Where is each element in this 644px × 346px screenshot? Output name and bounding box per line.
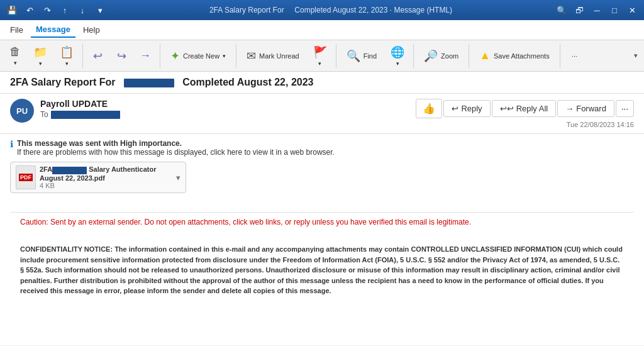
zoom-label: Zoom [441, 52, 458, 60]
close-btn[interactable]: ✕ [625, 3, 639, 17]
forward-icon: → [565, 104, 574, 113]
minimize-btn[interactable]: ─ [590, 3, 604, 17]
flag-icon: 🚩 [313, 45, 327, 59]
create-new-label: Create New [183, 52, 219, 60]
window-title: 2FA Salary Report For [209, 6, 284, 14]
menu-help[interactable]: Help [78, 23, 105, 37]
confidentiality-title: CONFIDENTIALITY NOTICE: [20, 245, 113, 253]
copy-icon: 📋 [60, 45, 74, 59]
down-btn[interactable]: ↓ [75, 3, 89, 17]
timestamp: Tue 22/08/2023 14:16 [567, 121, 634, 128]
delete-btn[interactable]: 🗑 ▾ [4, 42, 26, 70]
pdf-label: PDF [19, 174, 33, 181]
create-icon: ✦ [170, 49, 180, 63]
reply-nav-icon: ↪ [117, 49, 126, 63]
divider-4 [336, 44, 336, 68]
importance-text: This message was sent with High importan… [17, 139, 335, 157]
info-icon: ℹ [10, 139, 13, 149]
search-btn[interactable]: 🔍 [555, 3, 569, 17]
back-icon: ↩ [93, 49, 103, 63]
translate-btn[interactable]: 🌐 ▾ [385, 42, 410, 70]
toolbar: 🗑 ▾ 📁 ▾ 📋 ▾ ↩ ↪ → ✦ Create New ▾ ✉ Mark … [0, 40, 644, 72]
subject-suffix: Completed August 22, 2023 [182, 77, 313, 87]
expand-btn[interactable]: ▾ [93, 3, 107, 17]
attach-name: 2FA Salary Authenticator August 22, 2023… [40, 165, 170, 181]
attachment-area: PDF 2FA Salary Authenticator August 22, … [10, 162, 634, 193]
menu-message[interactable]: Message [31, 22, 75, 38]
find-icon: 🔍 [347, 49, 360, 63]
reply-all-btn[interactable]: ↩↩ Reply All [492, 100, 557, 117]
action-buttons: 👍 ↩ Reply ↩↩ Reply All → Forward ··· [416, 99, 634, 118]
back-btn[interactable]: ↩ [86, 42, 109, 70]
find-btn[interactable]: 🔍 Find [340, 42, 384, 70]
redo-btn[interactable]: ↷ [40, 3, 54, 17]
reply-nav-btn[interactable]: ↪ [110, 42, 133, 70]
subject-redacted [124, 79, 174, 87]
more-toolbar-btn[interactable]: ··· [564, 42, 586, 70]
copy-arrow: ▾ [65, 60, 69, 67]
caution-bar: Caution: Sent by an external sender. Do … [10, 212, 634, 232]
more-icon: ··· [621, 104, 628, 113]
to-redacted [51, 111, 120, 119]
save-icon-btn[interactable]: 💾 [5, 3, 19, 17]
menu-file[interactable]: File [5, 23, 28, 37]
more-toolbar-label: ··· [572, 52, 577, 60]
google-drive-icon: ▲ [479, 49, 491, 62]
create-new-btn[interactable]: ✦ Create New ▾ [164, 42, 233, 70]
attach-size: 4 KB [40, 182, 170, 189]
delete-arrow: ▾ [14, 60, 17, 66]
divider-3 [236, 44, 236, 68]
maximize-btn[interactable]: □ [608, 3, 621, 17]
flag-btn[interactable]: 🚩 ▾ [308, 42, 333, 70]
translate-arrow: ▾ [396, 60, 399, 67]
like-btn[interactable]: 👍 [416, 99, 442, 118]
forward-label: Forward [576, 104, 606, 113]
avatar: PU [10, 99, 34, 123]
body-spacer [10, 199, 634, 212]
subject-prefix-text: 2FA Salary Report For [10, 77, 115, 87]
window-subtitle: Completed August 22, 2023 · Message (HTM… [294, 6, 452, 14]
reply-all-label: Reply All [516, 104, 548, 113]
reply-btn[interactable]: ↩ Reply [443, 100, 490, 117]
create-arrow: ▾ [223, 53, 226, 59]
to-label: To [40, 110, 48, 119]
attach-dropdown-icon[interactable]: ▾ [176, 173, 180, 182]
restore-btn[interactable]: 🗗 [572, 3, 586, 17]
divider-5 [413, 44, 414, 68]
flag-arrow: ▾ [318, 60, 321, 67]
move-btn[interactable]: 📁 ▾ [28, 42, 53, 70]
save-attachments-label: Save Attachments [494, 52, 550, 60]
menu-bar: File Message Help [0, 20, 644, 40]
message-body: ℹ This message was sent with High import… [0, 134, 644, 345]
undo-btn[interactable]: ↶ [23, 3, 36, 17]
up-btn[interactable]: ↑ [58, 3, 72, 17]
body-spacer2 [10, 232, 634, 239]
forward-btn[interactable]: → Forward [557, 100, 614, 117]
divider-2 [160, 44, 160, 68]
importance-line1: This message was sent with High importan… [17, 139, 335, 148]
subject-prefix: 2FA Salary Report For Completed August 2… [10, 77, 314, 88]
sender-to-line: To [40, 110, 120, 119]
divider-6 [469, 44, 469, 68]
more-actions-btn[interactable]: ··· [616, 100, 634, 117]
find-label: Find [364, 52, 377, 60]
title-bar-center: 2FA Salary Report For Completed August 2… [209, 6, 452, 14]
sender-area: PU Payroll UPDATE To [10, 99, 120, 123]
sender-info: Payroll UPDATE To [40, 99, 120, 119]
zoom-btn[interactable]: 🔎 Zoom [417, 42, 465, 70]
title-bar-right: 🔍 🗗 ─ □ ✕ [555, 3, 639, 17]
save-attachments-btn[interactable]: ▲ Save Attachments [472, 42, 557, 70]
attachment-box[interactable]: PDF 2FA Salary Authenticator August 22, … [10, 162, 186, 193]
email-header: PU Payroll UPDATE To 👍 ↩ Reply ↩↩ Reply … [0, 94, 644, 134]
translate-icon: 🌐 [391, 45, 404, 59]
move-icon: 📁 [33, 45, 47, 59]
reply-icon: ↩ [452, 104, 458, 113]
attach-info: 2FA Salary Authenticator August 22, 2023… [40, 165, 170, 189]
title-bar: 💾 ↶ ↷ ↑ ↓ ▾ 2FA Salary Report For Comple… [0, 0, 644, 20]
mark-unread-btn[interactable]: ✉ Mark Unread [240, 42, 306, 70]
forward-nav-btn[interactable]: → [134, 42, 157, 70]
title-bar-left: 💾 ↶ ↷ ↑ ↓ ▾ [5, 3, 107, 17]
reply-all-icon: ↩↩ [500, 104, 514, 113]
toolbar-expand-btn[interactable]: ▾ [631, 50, 640, 61]
copy-move-btn[interactable]: 📋 ▾ [54, 42, 79, 70]
